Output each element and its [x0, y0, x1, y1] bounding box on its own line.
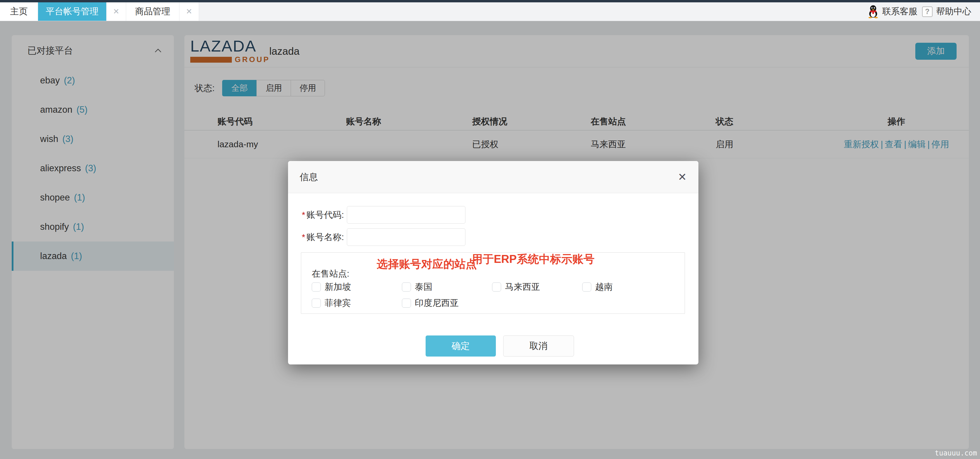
site-option-vietnam: 越南 [582, 281, 672, 293]
topbar-right: 联系客服 ? 帮助中心 [868, 2, 980, 21]
site-option-malaysia: 马来西亚 [492, 281, 582, 293]
close-icon: ✕ [113, 7, 119, 16]
checkbox-singapore[interactable] [312, 282, 321, 292]
checkbox-indonesia[interactable] [402, 299, 411, 308]
modal-footer: 确定 取消 [301, 335, 698, 357]
page-background: 已对接平台 ebay (2) amazon (5) wish (3) aliex… [0, 21, 980, 459]
tab-bar: 主页 平台帐号管理 ✕ 商品管理 ✕ [0, 2, 980, 21]
account-name-input[interactable] [347, 228, 465, 246]
required-mark: * [302, 232, 305, 242]
site-label: 印度尼西亚 [415, 297, 459, 309]
modal-title: 信息 [300, 171, 318, 183]
watermark: tuauuu.com [935, 449, 977, 457]
site-label: 新加坡 [325, 281, 351, 293]
site-option-philippines: 菲律宾 [312, 297, 402, 309]
modal-body: *账号代码: *账号名称: 用于ERP系统中标示账号 选择账号对应的站点 在售站… [288, 193, 698, 357]
tab-product-management[interactable]: 商品管理 [126, 2, 180, 21]
required-mark: * [302, 210, 305, 220]
tab-close-product-management[interactable]: ✕ [180, 2, 199, 21]
selling-sites-box: 选择账号对应的站点 在售站点: 新加坡 泰国 马来西亚 [301, 252, 685, 314]
selling-sites-label: 在售站点: [312, 268, 349, 280]
tab-platform-accounts-label: 平台帐号管理 [46, 6, 99, 18]
close-icon: ✕ [186, 7, 192, 16]
site-label: 泰国 [415, 281, 432, 293]
qq-penguin-icon [868, 5, 879, 18]
modal-close-icon[interactable]: ✕ [678, 172, 687, 182]
tab-home-label: 主页 [10, 6, 28, 18]
site-label: 马来西亚 [505, 281, 540, 293]
sites-selection-hint: 选择账号对应的站点 [377, 257, 477, 272]
tab-home[interactable]: 主页 [0, 2, 38, 21]
account-code-field-row: *账号代码: [301, 206, 698, 224]
checkbox-philippines[interactable] [312, 299, 321, 308]
checkbox-thailand[interactable] [402, 282, 411, 292]
account-code-input[interactable] [347, 206, 465, 224]
confirm-button[interactable]: 确定 [426, 335, 496, 357]
tab-platform-accounts[interactable]: 平台帐号管理 [38, 2, 107, 21]
tab-close-platform-accounts[interactable]: ✕ [107, 2, 126, 21]
site-label: 越南 [595, 281, 612, 293]
site-checkbox-grid: 新加坡 泰国 马来西亚 越南 [312, 281, 672, 309]
site-label: 菲律宾 [325, 297, 351, 309]
top-navy-strip [0, 0, 980, 2]
account-code-label-text: 账号代码: [307, 210, 344, 220]
help-center-link[interactable]: ? 帮助中心 [922, 6, 971, 18]
site-option-thailand: 泰国 [402, 281, 492, 293]
modal-header: 信息 ✕ [288, 161, 698, 193]
site-option-singapore: 新加坡 [312, 281, 402, 293]
account-name-label: *账号名称: [301, 231, 344, 243]
account-code-label: *账号代码: [301, 209, 344, 221]
contact-support-label: 联系客服 [882, 6, 917, 18]
contact-support-link[interactable]: 联系客服 [868, 5, 917, 18]
cancel-button[interactable]: 取消 [503, 335, 574, 357]
info-modal: 信息 ✕ *账号代码: *账号名称: 用于ERP系统中标示账号 选择账号对应的站… [288, 161, 698, 365]
account-name-field-row: *账号名称: [301, 228, 698, 246]
checkbox-malaysia[interactable] [492, 282, 501, 292]
app-root: 主页 平台帐号管理 ✕ 商品管理 ✕ [0, 0, 980, 459]
help-icon: ? [922, 6, 932, 17]
help-center-label: 帮助中心 [936, 6, 971, 18]
checkbox-vietnam[interactable] [582, 282, 591, 292]
tab-product-management-label: 商品管理 [135, 6, 170, 18]
site-option-indonesia: 印度尼西亚 [402, 297, 492, 309]
account-name-label-text: 账号名称: [307, 232, 344, 242]
